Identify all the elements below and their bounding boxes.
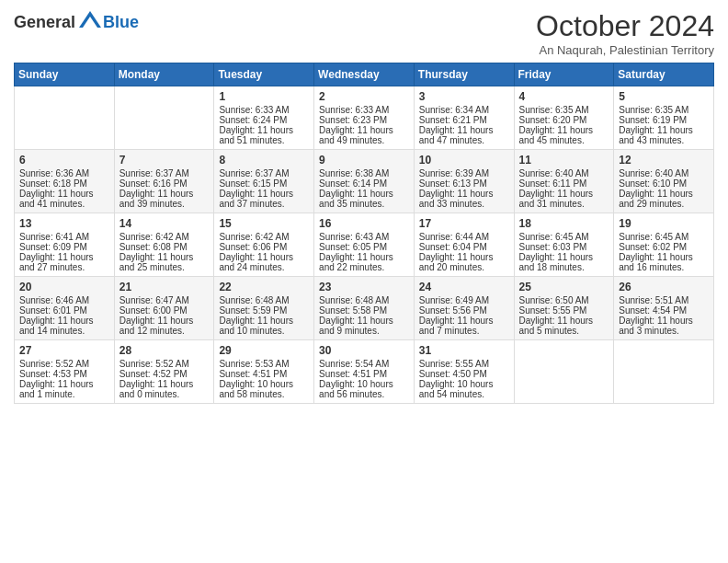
daylight-text: Daylight: 11 hours and 9 minutes. xyxy=(319,316,409,336)
daylight-text: Daylight: 11 hours and 51 minutes. xyxy=(219,125,309,145)
daylight-text: Daylight: 11 hours and 25 minutes. xyxy=(119,252,210,272)
day-number: 1 xyxy=(219,90,309,103)
day-number: 10 xyxy=(419,154,509,167)
calendar-cell: 6Sunrise: 6:36 AMSunset: 6:18 PMDaylight… xyxy=(15,150,115,213)
sunset-text: Sunset: 4:52 PM xyxy=(119,369,210,379)
page-header: General Blue October 2024 An Naqurah, Pa… xyxy=(14,9,714,57)
sunrise-text: Sunrise: 5:52 AM xyxy=(119,359,210,369)
sunrise-text: Sunrise: 6:47 AM xyxy=(119,295,210,305)
daylight-text: Daylight: 11 hours and 12 minutes. xyxy=(119,316,210,336)
calendar-cell: 7Sunrise: 6:37 AMSunset: 6:16 PMDaylight… xyxy=(114,150,214,213)
calendar-cell: 11Sunrise: 6:40 AMSunset: 6:11 PMDayligh… xyxy=(514,150,614,213)
month-title: October 2024 xyxy=(536,9,714,43)
calendar-cell: 13Sunrise: 6:41 AMSunset: 6:09 PMDayligh… xyxy=(15,213,115,277)
sunrise-text: Sunrise: 6:40 AM xyxy=(519,168,609,178)
day-number: 19 xyxy=(619,217,709,230)
sunrise-text: Sunrise: 6:35 AM xyxy=(619,105,709,115)
day-number: 27 xyxy=(19,344,109,357)
sunset-text: Sunset: 5:55 PM xyxy=(519,305,609,316)
sunrise-text: Sunrise: 6:46 AM xyxy=(19,295,109,305)
calendar-cell: 24Sunrise: 6:49 AMSunset: 5:56 PMDayligh… xyxy=(414,277,514,340)
sunrise-text: Sunrise: 6:36 AM xyxy=(19,168,109,178)
calendar-cell: 25Sunrise: 6:50 AMSunset: 5:55 PMDayligh… xyxy=(514,277,614,340)
day-number: 22 xyxy=(219,281,309,293)
calendar-cell: 21Sunrise: 6:47 AMSunset: 6:00 PMDayligh… xyxy=(114,277,214,340)
daylight-text: Daylight: 11 hours and 29 minutes. xyxy=(619,189,709,209)
calendar-week-row: 6Sunrise: 6:36 AMSunset: 6:18 PMDaylight… xyxy=(15,150,714,213)
daylight-text: Daylight: 11 hours and 0 minutes. xyxy=(119,379,210,399)
sunrise-text: Sunrise: 6:38 AM xyxy=(319,168,409,178)
sunrise-text: Sunrise: 6:45 AM xyxy=(619,232,709,242)
daylight-text: Daylight: 11 hours and 35 minutes. xyxy=(319,189,409,209)
sunrise-text: Sunrise: 5:53 AM xyxy=(219,359,309,369)
day-number: 20 xyxy=(19,281,109,293)
sunrise-text: Sunrise: 6:50 AM xyxy=(519,295,609,305)
sunset-text: Sunset: 6:13 PM xyxy=(419,178,509,189)
daylight-text: Daylight: 11 hours and 14 minutes. xyxy=(19,316,109,336)
logo-text-general: General xyxy=(14,13,75,32)
day-number: 21 xyxy=(119,281,210,293)
calendar-cell: 1Sunrise: 6:33 AMSunset: 6:24 PMDaylight… xyxy=(214,86,314,150)
calendar-cell xyxy=(15,86,115,150)
sunset-text: Sunset: 6:15 PM xyxy=(219,178,309,189)
sunset-text: Sunset: 4:51 PM xyxy=(319,369,409,379)
daylight-text: Daylight: 11 hours and 45 minutes. xyxy=(519,125,609,145)
calendar-cell: 15Sunrise: 6:42 AMSunset: 6:06 PMDayligh… xyxy=(214,213,314,277)
day-number: 3 xyxy=(419,90,509,103)
sunset-text: Sunset: 4:54 PM xyxy=(619,305,709,316)
sunrise-text: Sunrise: 6:44 AM xyxy=(419,232,509,242)
sunrise-text: Sunrise: 6:48 AM xyxy=(319,295,409,305)
calendar-cell: 29Sunrise: 5:53 AMSunset: 4:51 PMDayligh… xyxy=(214,340,314,404)
day-number: 18 xyxy=(519,217,609,230)
calendar-cell: 22Sunrise: 6:48 AMSunset: 5:59 PMDayligh… xyxy=(214,277,314,340)
day-number: 25 xyxy=(519,281,609,293)
daylight-text: Daylight: 10 hours and 54 minutes. xyxy=(419,379,509,399)
daylight-text: Daylight: 11 hours and 49 minutes. xyxy=(319,125,409,145)
calendar-cell: 8Sunrise: 6:37 AMSunset: 6:15 PMDaylight… xyxy=(214,150,314,213)
column-header-monday: Monday xyxy=(114,63,214,86)
sunset-text: Sunset: 6:23 PM xyxy=(319,115,409,125)
sunrise-text: Sunrise: 5:55 AM xyxy=(419,359,509,369)
day-number: 8 xyxy=(219,154,309,167)
day-number: 12 xyxy=(619,154,709,167)
sunset-text: Sunset: 6:08 PM xyxy=(119,242,210,252)
sunrise-text: Sunrise: 6:33 AM xyxy=(319,105,409,115)
sunrise-text: Sunrise: 6:41 AM xyxy=(19,232,109,242)
day-number: 30 xyxy=(319,344,409,357)
sunrise-text: Sunrise: 5:51 AM xyxy=(619,295,709,305)
calendar-cell: 2Sunrise: 6:33 AMSunset: 6:23 PMDaylight… xyxy=(314,86,415,150)
sunset-text: Sunset: 6:06 PM xyxy=(219,242,309,252)
calendar-week-row: 13Sunrise: 6:41 AMSunset: 6:09 PMDayligh… xyxy=(15,213,714,277)
sunrise-text: Sunrise: 6:33 AM xyxy=(219,105,309,115)
location-subtitle: An Naqurah, Palestinian Territory xyxy=(536,43,714,57)
day-number: 26 xyxy=(619,281,709,293)
column-header-sunday: Sunday xyxy=(15,63,115,86)
calendar-cell: 23Sunrise: 6:48 AMSunset: 5:58 PMDayligh… xyxy=(314,277,415,340)
column-header-saturday: Saturday xyxy=(614,63,714,86)
daylight-text: Daylight: 11 hours and 33 minutes. xyxy=(419,189,509,209)
calendar-cell: 31Sunrise: 5:55 AMSunset: 4:50 PMDayligh… xyxy=(414,340,514,404)
day-number: 4 xyxy=(519,90,609,103)
sunset-text: Sunset: 6:05 PM xyxy=(319,242,409,252)
sunset-text: Sunset: 5:59 PM xyxy=(219,305,309,316)
sunrise-text: Sunrise: 6:34 AM xyxy=(419,105,509,115)
day-number: 31 xyxy=(419,344,509,357)
calendar-cell: 10Sunrise: 6:39 AMSunset: 6:13 PMDayligh… xyxy=(414,150,514,213)
daylight-text: Daylight: 10 hours and 58 minutes. xyxy=(219,379,309,399)
calendar-cell: 4Sunrise: 6:35 AMSunset: 6:20 PMDaylight… xyxy=(514,86,614,150)
daylight-text: Daylight: 11 hours and 20 minutes. xyxy=(419,252,509,272)
sunset-text: Sunset: 6:19 PM xyxy=(619,115,709,125)
calendar-cell: 28Sunrise: 5:52 AMSunset: 4:52 PMDayligh… xyxy=(114,340,214,404)
sunrise-text: Sunrise: 6:42 AM xyxy=(119,232,210,242)
day-number: 5 xyxy=(619,90,709,103)
calendar-cell: 3Sunrise: 6:34 AMSunset: 6:21 PMDaylight… xyxy=(414,86,514,150)
day-number: 6 xyxy=(19,154,109,167)
logo-icon xyxy=(77,9,103,35)
daylight-text: Daylight: 11 hours and 18 minutes. xyxy=(519,252,609,272)
logo: General Blue xyxy=(14,9,139,35)
sunset-text: Sunset: 6:14 PM xyxy=(319,178,409,189)
calendar-cell: 12Sunrise: 6:40 AMSunset: 6:10 PMDayligh… xyxy=(614,150,714,213)
sunset-text: Sunset: 6:03 PM xyxy=(519,242,609,252)
sunset-text: Sunset: 6:21 PM xyxy=(419,115,509,125)
calendar-cell: 27Sunrise: 5:52 AMSunset: 4:53 PMDayligh… xyxy=(15,340,115,404)
